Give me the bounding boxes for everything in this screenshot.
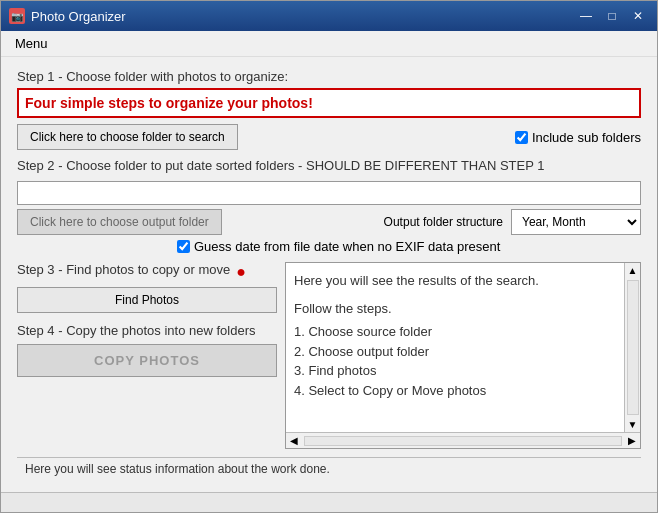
step1-label: Step 1 - Choose folder with photos to or… bbox=[17, 69, 641, 84]
scroll-down-arrow[interactable]: ▼ bbox=[626, 417, 640, 432]
minimize-button[interactable]: — bbox=[575, 7, 597, 25]
step3-label: Step 3 - Find photos to copy or move bbox=[17, 262, 230, 277]
close-button[interactable]: ✕ bbox=[627, 7, 649, 25]
choose-source-folder-button[interactable]: Click here to choose folder to search bbox=[17, 124, 238, 150]
output-structure-label: Output folder structure bbox=[384, 215, 503, 229]
app-icon: 📷 bbox=[9, 8, 25, 24]
status-bar: Here you will see status information abo… bbox=[17, 457, 641, 480]
copy-photos-button[interactable]: COPY PHOTOS bbox=[17, 344, 277, 377]
results-main-row: Here you will see the results of the sea… bbox=[286, 263, 640, 432]
output-structure-control: Output folder structure Year, Month Year… bbox=[230, 209, 641, 235]
vertical-scroll-track[interactable] bbox=[627, 280, 639, 415]
step1-section: Step 1 - Choose folder with photos to or… bbox=[17, 69, 641, 150]
step3-results-area: Step 3 - Find photos to copy or move ● F… bbox=[17, 262, 641, 449]
scroll-left-arrow[interactable]: ◀ bbox=[286, 435, 302, 446]
include-subfolders-checkbox[interactable] bbox=[515, 131, 528, 144]
output-folder-input[interactable] bbox=[17, 181, 641, 205]
results-container: Here you will see the results of the sea… bbox=[285, 262, 641, 449]
step3-left-panel: Step 3 - Find photos to copy or move ● F… bbox=[17, 262, 277, 449]
step2-label: Step 2 - Choose folder to put date sorte… bbox=[17, 158, 641, 173]
results-step2: 2. Choose output folder bbox=[294, 342, 616, 362]
step3-header-row: Step 3 - Find photos to copy or move ● bbox=[17, 262, 277, 281]
title-bar: 📷 Photo Organizer — □ ✕ bbox=[1, 1, 657, 31]
results-body-line1: Follow the steps. bbox=[294, 299, 616, 319]
include-subfolders-label: Include sub folders bbox=[515, 130, 641, 145]
guess-date-checkbox[interactable] bbox=[177, 240, 190, 253]
step3-indicator: ● bbox=[236, 263, 246, 281]
vertical-scrollbar[interactable]: ▲ ▼ bbox=[624, 263, 640, 432]
results-step3: 3. Find photos bbox=[294, 361, 616, 381]
scroll-up-arrow[interactable]: ▲ bbox=[626, 263, 640, 278]
guess-date-row: Guess date from file date when no EXIF d… bbox=[177, 239, 641, 254]
step4-section: Step 4 - Copy the photos into new folder… bbox=[17, 323, 277, 377]
output-structure-select[interactable]: Year, Month Year Year/Month/Day bbox=[511, 209, 641, 235]
window-title: Photo Organizer bbox=[31, 9, 575, 24]
results-step1: 1. Choose source folder bbox=[294, 322, 616, 342]
horizontal-scrollbar: ◀ ▶ bbox=[286, 432, 640, 448]
find-photos-button[interactable]: Find Photos bbox=[17, 287, 277, 313]
step2-section: Step 2 - Choose folder to put date sorte… bbox=[17, 158, 641, 254]
menu-bar: Menu bbox=[1, 31, 657, 57]
menu-item-menu[interactable]: Menu bbox=[9, 34, 54, 53]
results-text: Here you will see the results of the sea… bbox=[286, 263, 624, 432]
window-controls: — □ ✕ bbox=[575, 7, 649, 25]
source-folder-input[interactable] bbox=[17, 88, 641, 118]
main-content: Step 1 - Choose folder with photos to or… bbox=[1, 57, 657, 492]
app-window: 📷 Photo Organizer — □ ✕ Menu Step 1 - Ch… bbox=[0, 0, 658, 513]
maximize-button[interactable]: □ bbox=[601, 7, 623, 25]
step4-label: Step 4 - Copy the photos into new folder… bbox=[17, 323, 277, 338]
results-step4: 4. Select to Copy or Move photos bbox=[294, 381, 616, 401]
scroll-right-arrow[interactable]: ▶ bbox=[624, 435, 640, 446]
bottom-bar bbox=[1, 492, 657, 512]
choose-output-folder-button[interactable]: Click here to choose output folder bbox=[17, 209, 222, 235]
guess-date-label: Guess date from file date when no EXIF d… bbox=[194, 239, 500, 254]
horizontal-scroll-track[interactable] bbox=[304, 436, 622, 446]
results-header-text: Here you will see the results of the sea… bbox=[294, 271, 616, 291]
